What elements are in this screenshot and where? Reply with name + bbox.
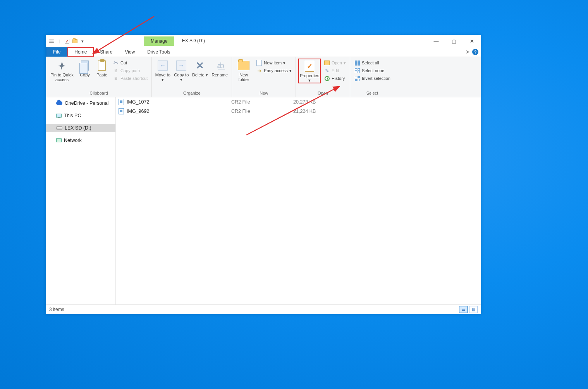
group-label-new: New <box>232 90 296 97</box>
history-icon <box>324 75 330 81</box>
select-all-button[interactable]: Select all <box>352 59 392 66</box>
history-button[interactable]: History <box>322 75 347 82</box>
nav-drive-d[interactable]: LEX SD (D:) <box>46 124 115 132</box>
tab-file[interactable]: File <box>46 47 67 57</box>
content-area: OneDrive - Personal This PC LEX SD (D:) … <box>46 97 481 304</box>
nav-onedrive[interactable]: OneDrive - Personal <box>46 99 115 107</box>
details-view-button[interactable]: ☰ <box>459 306 468 313</box>
file-size: 20,273 KB <box>293 99 332 105</box>
rename-button[interactable]: a͟b Rename <box>210 59 229 77</box>
cut-button[interactable]: ✂Cut <box>111 59 149 66</box>
easy-access-icon: ➜ <box>256 67 262 74</box>
select-none-icon <box>354 67 360 74</box>
large-icons-view-button[interactable]: ▦ <box>469 306 478 313</box>
paste-button[interactable]: Paste <box>94 59 110 77</box>
drive-icon <box>56 126 62 130</box>
nav-network[interactable]: Network <box>46 136 115 145</box>
window-title: LEX SD (D:) <box>179 38 205 43</box>
group-label-select: Select <box>350 90 394 97</box>
group-new: New folder New item ▾ ➜Easy access ▾ New <box>232 57 296 97</box>
file-row[interactable]: IMG_9692 CR2 File 21,224 KB <box>116 107 481 116</box>
group-open: ✓ Properties▾ Open ▾ ✎Edit History Open <box>296 57 350 97</box>
file-size: 21,224 KB <box>293 109 332 114</box>
tab-share[interactable]: Share <box>94 47 119 57</box>
scissors-icon: ✂ <box>113 60 119 66</box>
file-list[interactable]: IMG_1072 CR2 File 20,273 KB IMG_9692 CR2… <box>116 97 481 304</box>
file-type: CR2 File <box>231 109 293 114</box>
status-text: 3 items <box>49 307 64 312</box>
file-row[interactable]: IMG_1072 CR2 File 20,273 KB <box>116 97 481 107</box>
file-name: IMG_9692 <box>127 109 231 114</box>
paste-shortcut-button[interactable]: 🗏Paste shortcut <box>111 75 149 82</box>
minimize-ribbon-icon[interactable]: ➤ <box>466 49 470 55</box>
navigation-pane: OneDrive - Personal This PC LEX SD (D:) … <box>46 97 116 304</box>
ribbon-tabs: File Home Share View Drive Tools ➤ ? <box>46 47 481 57</box>
monitor-icon <box>56 114 62 118</box>
invert-selection-icon <box>354 75 360 81</box>
file-type: CR2 File <box>231 99 293 105</box>
copy-path-button[interactable]: 🗎Copy path <box>111 67 149 74</box>
select-all-icon <box>354 60 360 66</box>
file-icon <box>119 108 124 114</box>
open-button[interactable]: Open ▾ <box>322 59 347 66</box>
properties-button[interactable]: ✓ Properties▾ <box>298 59 321 83</box>
group-select: Select all Select none Invert selection … <box>350 57 394 97</box>
title-bar: | ✓ ▾ Manage LEX SD (D:) — ▢ ✕ <box>46 35 481 47</box>
close-button[interactable]: ✕ <box>463 35 481 47</box>
qat-folder-icon[interactable] <box>72 38 78 44</box>
open-icon <box>324 60 330 66</box>
paste-shortcut-icon: 🗏 <box>113 75 119 81</box>
network-icon <box>56 138 62 142</box>
new-item-icon <box>256 60 262 66</box>
copy-to-button[interactable]: → Copy to ▾ <box>173 59 190 82</box>
pin-to-quick-access-button[interactable]: Pin to Quick access <box>48 59 76 82</box>
minimize-button[interactable]: — <box>427 35 445 47</box>
maximize-button[interactable]: ▢ <box>445 35 463 47</box>
nav-this-pc[interactable]: This PC <box>46 111 115 120</box>
edit-icon: ✎ <box>324 67 330 74</box>
ribbon: Pin to Quick access Copy Paste ✂Cut 🗎Cop… <box>46 57 481 97</box>
group-label-organize: Organize <box>152 90 232 97</box>
file-name: IMG_1072 <box>127 99 231 105</box>
drive-icon <box>48 38 55 44</box>
copy-path-icon: 🗎 <box>113 67 119 74</box>
copy-button[interactable]: Copy <box>77 59 93 77</box>
group-organize: ← Move to ▾ → Copy to ▾ ✕ Delete ▾ a͟b R… <box>152 57 232 97</box>
file-explorer-window: | ✓ ▾ Manage LEX SD (D:) — ▢ ✕ File Home… <box>46 35 481 314</box>
qat-properties-icon[interactable]: ✓ <box>64 38 70 44</box>
edit-button[interactable]: ✎Edit <box>322 67 347 74</box>
group-label-open: Open <box>296 90 350 97</box>
delete-button[interactable]: ✕ Delete ▾ <box>191 59 208 77</box>
select-none-button[interactable]: Select none <box>352 67 392 74</box>
move-to-button[interactable]: ← Move to ▾ <box>154 59 171 82</box>
tab-drive-tools[interactable]: Drive Tools <box>141 47 176 57</box>
help-icon[interactable]: ? <box>472 49 478 55</box>
invert-selection-button[interactable]: Invert selection <box>352 75 392 82</box>
qat-customize-icon[interactable]: ▾ <box>79 38 86 44</box>
tab-home[interactable]: Home <box>67 47 94 57</box>
new-item-button[interactable]: New item ▾ <box>254 59 293 66</box>
new-folder-button[interactable]: New folder <box>234 59 253 82</box>
group-label-clipboard: Clipboard <box>46 90 151 97</box>
tab-view[interactable]: View <box>119 47 141 57</box>
quick-access-toolbar: | ✓ ▾ <box>46 38 86 44</box>
easy-access-button[interactable]: ➜Easy access ▾ <box>254 67 293 74</box>
divider: | <box>56 38 62 44</box>
group-clipboard: Pin to Quick access Copy Paste ✂Cut 🗎Cop… <box>46 57 152 97</box>
status-bar: 3 items ☰ ▦ <box>46 304 481 314</box>
file-icon <box>119 99 124 105</box>
cloud-icon <box>56 101 62 105</box>
checkmark-icon: ✓ <box>307 62 313 71</box>
contextual-tab-manage[interactable]: Manage <box>144 36 174 46</box>
